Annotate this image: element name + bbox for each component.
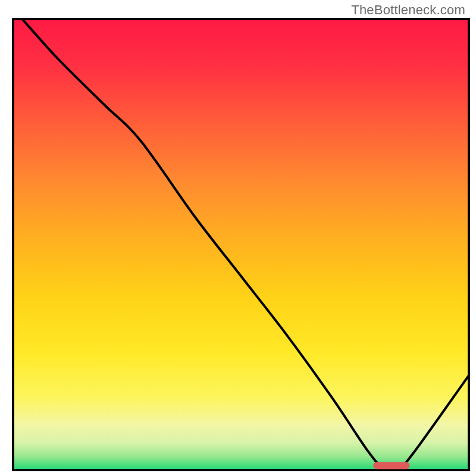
chart-container: TheBottleneck.com xyxy=(0,0,476,476)
chart-background xyxy=(13,19,469,470)
bottleneck-chart xyxy=(0,0,476,476)
optimal-range-marker xyxy=(373,462,409,469)
watermark-text: TheBottleneck.com xyxy=(351,2,465,18)
